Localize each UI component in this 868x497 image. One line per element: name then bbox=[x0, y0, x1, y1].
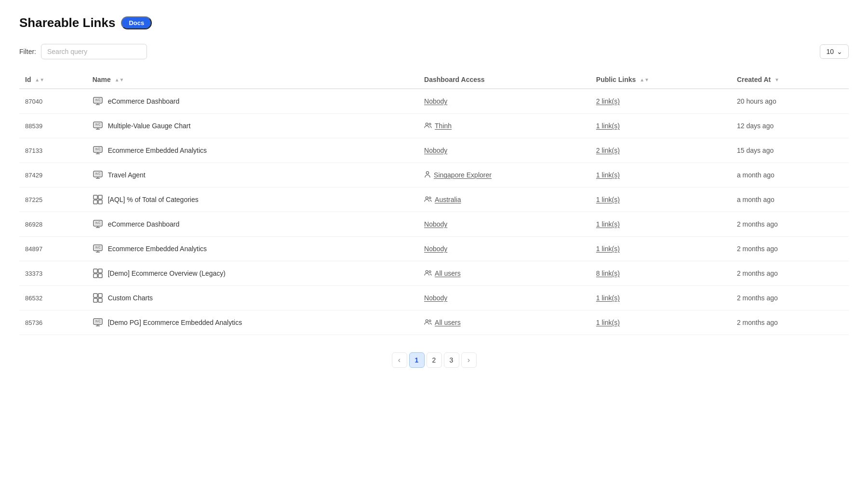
svg-rect-65 bbox=[93, 298, 97, 302]
svg-rect-63 bbox=[93, 294, 97, 297]
row-name: [AQL] % of Total of Categories bbox=[87, 188, 418, 212]
row-name-text: [AQL] % of Total of Categories bbox=[108, 196, 199, 203]
row-access: Nobody bbox=[418, 212, 590, 237]
row-links: 2 link(s) bbox=[590, 89, 731, 114]
chevron-down-icon: ⌄ bbox=[837, 48, 842, 55]
sort-icon-links: ▲▼ bbox=[640, 78, 649, 82]
access-link[interactable]: Nobody bbox=[424, 220, 447, 228]
row-name: eCommerce Dashboard bbox=[87, 89, 418, 114]
public-links[interactable]: 1 link(s) bbox=[596, 122, 620, 130]
svg-rect-64 bbox=[98, 294, 102, 297]
row-id: 86928 bbox=[19, 212, 87, 237]
row-id: 33373 bbox=[19, 261, 87, 286]
access-link[interactable]: Nobody bbox=[424, 97, 447, 105]
row-name: Custom Charts bbox=[87, 286, 418, 310]
row-name-text: eCommerce Dashboard bbox=[108, 97, 180, 105]
row-id: 85736 bbox=[19, 310, 87, 335]
sort-icon-created: ▼ bbox=[775, 78, 779, 82]
search-input[interactable] bbox=[41, 44, 147, 59]
row-name-text: Multiple-Value Gauge Chart bbox=[108, 122, 191, 130]
table-row: 85736 [Demo PG] Ecommerce Embedded Analy… bbox=[19, 310, 849, 335]
next-page-button[interactable]: › bbox=[461, 352, 477, 368]
table-row: 87133 Ecommerce Embedded Analytics Nobod… bbox=[19, 138, 849, 163]
row-access: All users bbox=[418, 261, 590, 286]
chart-icon bbox=[93, 293, 103, 303]
access-link[interactable]: Australia bbox=[435, 196, 461, 203]
row-name: [Demo] Ecommerce Overview (Legacy) bbox=[87, 261, 418, 286]
row-id: 87133 bbox=[19, 138, 87, 163]
row-name-text: eCommerce Dashboard bbox=[108, 220, 180, 228]
dashboard-icon bbox=[93, 317, 103, 328]
row-name: eCommerce Dashboard bbox=[87, 212, 418, 237]
filter-label: Filter: bbox=[19, 48, 36, 55]
row-created: a month ago bbox=[731, 163, 849, 188]
row-id: 86532 bbox=[19, 286, 87, 310]
col-header-name[interactable]: Name ▲▼ bbox=[87, 71, 418, 89]
access-link[interactable]: All users bbox=[435, 319, 461, 326]
dashboard-icon bbox=[93, 243, 103, 254]
public-links[interactable]: 8 link(s) bbox=[596, 269, 620, 277]
dashboard-icon bbox=[93, 170, 103, 180]
page-2-button[interactable]: 2 bbox=[427, 352, 442, 368]
row-name-text: Ecommerce Embedded Analytics bbox=[108, 147, 207, 154]
row-links: 1 link(s) bbox=[590, 286, 731, 310]
col-header-created[interactable]: Created At ▼ bbox=[731, 71, 849, 89]
row-access: Thinh bbox=[418, 114, 590, 138]
row-created: 2 months ago bbox=[731, 286, 849, 310]
public-links[interactable]: 1 link(s) bbox=[596, 319, 620, 326]
access-link[interactable]: Thinh bbox=[435, 122, 452, 130]
public-links[interactable]: 1 link(s) bbox=[596, 220, 620, 228]
public-links[interactable]: 1 link(s) bbox=[596, 196, 620, 203]
svg-rect-35 bbox=[93, 195, 97, 199]
row-name-text: Ecommerce Embedded Analytics bbox=[108, 245, 207, 253]
row-links: 1 link(s) bbox=[590, 310, 731, 335]
access-link[interactable]: Nobody bbox=[424, 245, 447, 253]
person-icon bbox=[424, 171, 431, 179]
chart-icon bbox=[93, 268, 103, 279]
svg-rect-38 bbox=[98, 200, 102, 204]
page-title: Shareable Links bbox=[19, 15, 115, 30]
page-1-button[interactable]: 1 bbox=[409, 352, 425, 368]
table-row: 33373 [Demo] Ecommerce Overview (Legacy)… bbox=[19, 261, 849, 286]
access-link[interactable]: All users bbox=[435, 269, 461, 277]
users-icon bbox=[424, 121, 432, 131]
svg-rect-36 bbox=[98, 195, 102, 199]
shareable-links-table: Id ▲▼ Name ▲▼ Dashboard Access Public Li… bbox=[19, 71, 849, 335]
row-links: 1 link(s) bbox=[590, 188, 731, 212]
docs-button[interactable]: Docs bbox=[121, 16, 152, 29]
row-id: 87429 bbox=[19, 163, 87, 188]
row-name: [Demo PG] Ecommerce Embedded Analytics bbox=[87, 310, 418, 335]
row-id: 88539 bbox=[19, 114, 87, 138]
row-created: 2 months ago bbox=[731, 261, 849, 286]
public-links[interactable]: 1 link(s) bbox=[596, 171, 620, 179]
row-name: Ecommerce Embedded Analytics bbox=[87, 138, 418, 163]
sort-icon-name: ▲▼ bbox=[115, 78, 124, 82]
access-link[interactable]: Nobody bbox=[424, 294, 447, 302]
svg-point-76 bbox=[429, 320, 431, 322]
col-header-access: Dashboard Access bbox=[418, 71, 590, 89]
page-3-button[interactable]: 3 bbox=[444, 352, 459, 368]
row-created: 2 months ago bbox=[731, 212, 849, 237]
public-links[interactable]: 1 link(s) bbox=[596, 294, 620, 302]
page-size-selector[interactable]: 10 ⌄ bbox=[820, 44, 849, 59]
svg-point-75 bbox=[426, 320, 428, 322]
svg-rect-58 bbox=[98, 269, 102, 273]
svg-point-34 bbox=[426, 171, 428, 174]
users-icon bbox=[424, 318, 432, 327]
row-access: Nobody bbox=[418, 138, 590, 163]
prev-page-button[interactable]: ‹ bbox=[392, 352, 407, 368]
row-created: 2 months ago bbox=[731, 310, 849, 335]
access-link[interactable]: Nobody bbox=[424, 147, 447, 154]
table-row: 84897 Ecommerce Embedded Analytics Nobod… bbox=[19, 237, 849, 261]
row-created: 20 hours ago bbox=[731, 89, 849, 114]
row-name: Travel Agent bbox=[87, 163, 418, 188]
public-links[interactable]: 2 link(s) bbox=[596, 97, 620, 105]
public-links[interactable]: 1 link(s) bbox=[596, 245, 620, 253]
users-icon bbox=[424, 195, 432, 204]
svg-point-39 bbox=[426, 197, 428, 199]
row-created: a month ago bbox=[731, 188, 849, 212]
public-links[interactable]: 2 link(s) bbox=[596, 147, 620, 154]
col-header-id[interactable]: Id ▲▼ bbox=[19, 71, 87, 89]
access-link[interactable]: Singapore Explorer bbox=[434, 171, 492, 179]
svg-rect-59 bbox=[93, 274, 97, 278]
